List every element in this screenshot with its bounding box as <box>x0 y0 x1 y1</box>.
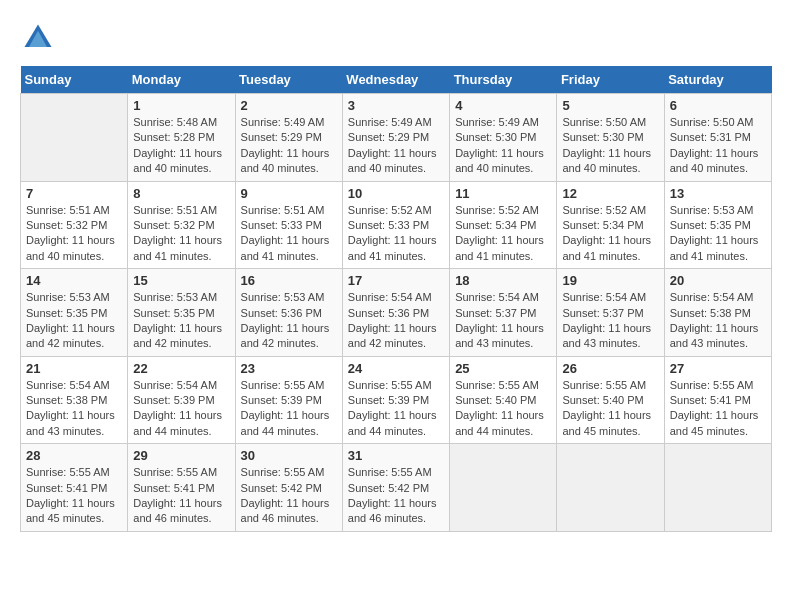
calendar-cell: 22Sunrise: 5:54 AMSunset: 5:39 PMDayligh… <box>128 356 235 444</box>
day-info: Sunrise: 5:49 AMSunset: 5:29 PMDaylight:… <box>348 115 444 177</box>
calendar-cell: 17Sunrise: 5:54 AMSunset: 5:36 PMDayligh… <box>342 269 449 357</box>
day-number: 26 <box>562 361 658 376</box>
calendar-cell <box>664 444 771 532</box>
day-number: 2 <box>241 98 337 113</box>
day-info: Sunrise: 5:53 AMSunset: 5:36 PMDaylight:… <box>241 290 337 352</box>
day-info: Sunrise: 5:55 AMSunset: 5:39 PMDaylight:… <box>348 378 444 440</box>
day-number: 21 <box>26 361 122 376</box>
calendar-cell: 30Sunrise: 5:55 AMSunset: 5:42 PMDayligh… <box>235 444 342 532</box>
day-info: Sunrise: 5:54 AMSunset: 5:37 PMDaylight:… <box>562 290 658 352</box>
day-info: Sunrise: 5:55 AMSunset: 5:39 PMDaylight:… <box>241 378 337 440</box>
day-info: Sunrise: 5:54 AMSunset: 5:37 PMDaylight:… <box>455 290 551 352</box>
weekday-header-tuesday: Tuesday <box>235 66 342 94</box>
day-info: Sunrise: 5:55 AMSunset: 5:41 PMDaylight:… <box>133 465 229 527</box>
calendar-cell: 15Sunrise: 5:53 AMSunset: 5:35 PMDayligh… <box>128 269 235 357</box>
calendar-cell: 9Sunrise: 5:51 AMSunset: 5:33 PMDaylight… <box>235 181 342 269</box>
week-row-5: 28Sunrise: 5:55 AMSunset: 5:41 PMDayligh… <box>21 444 772 532</box>
calendar-cell: 14Sunrise: 5:53 AMSunset: 5:35 PMDayligh… <box>21 269 128 357</box>
day-info: Sunrise: 5:52 AMSunset: 5:34 PMDaylight:… <box>562 203 658 265</box>
day-info: Sunrise: 5:55 AMSunset: 5:41 PMDaylight:… <box>26 465 122 527</box>
day-number: 1 <box>133 98 229 113</box>
day-info: Sunrise: 5:51 AMSunset: 5:32 PMDaylight:… <box>26 203 122 265</box>
day-info: Sunrise: 5:49 AMSunset: 5:30 PMDaylight:… <box>455 115 551 177</box>
day-number: 19 <box>562 273 658 288</box>
day-info: Sunrise: 5:55 AMSunset: 5:41 PMDaylight:… <box>670 378 766 440</box>
calendar-cell: 31Sunrise: 5:55 AMSunset: 5:42 PMDayligh… <box>342 444 449 532</box>
calendar-cell: 21Sunrise: 5:54 AMSunset: 5:38 PMDayligh… <box>21 356 128 444</box>
day-number: 30 <box>241 448 337 463</box>
day-info: Sunrise: 5:49 AMSunset: 5:29 PMDaylight:… <box>241 115 337 177</box>
calendar-cell: 12Sunrise: 5:52 AMSunset: 5:34 PMDayligh… <box>557 181 664 269</box>
calendar-cell: 1Sunrise: 5:48 AMSunset: 5:28 PMDaylight… <box>128 94 235 182</box>
calendar-cell: 2Sunrise: 5:49 AMSunset: 5:29 PMDaylight… <box>235 94 342 182</box>
day-number: 16 <box>241 273 337 288</box>
calendar-cell: 27Sunrise: 5:55 AMSunset: 5:41 PMDayligh… <box>664 356 771 444</box>
day-info: Sunrise: 5:52 AMSunset: 5:33 PMDaylight:… <box>348 203 444 265</box>
calendar-cell: 29Sunrise: 5:55 AMSunset: 5:41 PMDayligh… <box>128 444 235 532</box>
day-number: 5 <box>562 98 658 113</box>
day-number: 27 <box>670 361 766 376</box>
calendar-cell <box>557 444 664 532</box>
day-info: Sunrise: 5:55 AMSunset: 5:42 PMDaylight:… <box>241 465 337 527</box>
day-number: 29 <box>133 448 229 463</box>
day-number: 3 <box>348 98 444 113</box>
calendar-cell: 26Sunrise: 5:55 AMSunset: 5:40 PMDayligh… <box>557 356 664 444</box>
calendar-cell: 18Sunrise: 5:54 AMSunset: 5:37 PMDayligh… <box>450 269 557 357</box>
calendar-cell <box>450 444 557 532</box>
day-info: Sunrise: 5:50 AMSunset: 5:30 PMDaylight:… <box>562 115 658 177</box>
day-info: Sunrise: 5:54 AMSunset: 5:38 PMDaylight:… <box>670 290 766 352</box>
calendar-table: SundayMondayTuesdayWednesdayThursdayFrid… <box>20 66 772 532</box>
day-number: 8 <box>133 186 229 201</box>
logo <box>20 20 62 56</box>
day-number: 9 <box>241 186 337 201</box>
day-number: 10 <box>348 186 444 201</box>
weekday-header-row: SundayMondayTuesdayWednesdayThursdayFrid… <box>21 66 772 94</box>
calendar-cell: 11Sunrise: 5:52 AMSunset: 5:34 PMDayligh… <box>450 181 557 269</box>
day-number: 14 <box>26 273 122 288</box>
calendar-cell: 6Sunrise: 5:50 AMSunset: 5:31 PMDaylight… <box>664 94 771 182</box>
day-number: 31 <box>348 448 444 463</box>
calendar-cell <box>21 94 128 182</box>
day-number: 11 <box>455 186 551 201</box>
day-info: Sunrise: 5:54 AMSunset: 5:38 PMDaylight:… <box>26 378 122 440</box>
weekday-header-saturday: Saturday <box>664 66 771 94</box>
day-number: 25 <box>455 361 551 376</box>
day-number: 22 <box>133 361 229 376</box>
day-info: Sunrise: 5:55 AMSunset: 5:40 PMDaylight:… <box>455 378 551 440</box>
calendar-cell: 20Sunrise: 5:54 AMSunset: 5:38 PMDayligh… <box>664 269 771 357</box>
calendar-cell: 7Sunrise: 5:51 AMSunset: 5:32 PMDaylight… <box>21 181 128 269</box>
day-number: 18 <box>455 273 551 288</box>
day-number: 28 <box>26 448 122 463</box>
page-header <box>20 20 772 56</box>
day-info: Sunrise: 5:51 AMSunset: 5:32 PMDaylight:… <box>133 203 229 265</box>
week-row-4: 21Sunrise: 5:54 AMSunset: 5:38 PMDayligh… <box>21 356 772 444</box>
day-info: Sunrise: 5:53 AMSunset: 5:35 PMDaylight:… <box>133 290 229 352</box>
day-info: Sunrise: 5:48 AMSunset: 5:28 PMDaylight:… <box>133 115 229 177</box>
calendar-cell: 28Sunrise: 5:55 AMSunset: 5:41 PMDayligh… <box>21 444 128 532</box>
day-info: Sunrise: 5:52 AMSunset: 5:34 PMDaylight:… <box>455 203 551 265</box>
day-number: 24 <box>348 361 444 376</box>
calendar-cell: 25Sunrise: 5:55 AMSunset: 5:40 PMDayligh… <box>450 356 557 444</box>
day-number: 12 <box>562 186 658 201</box>
day-number: 4 <box>455 98 551 113</box>
day-info: Sunrise: 5:55 AMSunset: 5:40 PMDaylight:… <box>562 378 658 440</box>
calendar-cell: 5Sunrise: 5:50 AMSunset: 5:30 PMDaylight… <box>557 94 664 182</box>
calendar-cell: 16Sunrise: 5:53 AMSunset: 5:36 PMDayligh… <box>235 269 342 357</box>
calendar-cell: 13Sunrise: 5:53 AMSunset: 5:35 PMDayligh… <box>664 181 771 269</box>
week-row-1: 1Sunrise: 5:48 AMSunset: 5:28 PMDaylight… <box>21 94 772 182</box>
day-info: Sunrise: 5:55 AMSunset: 5:42 PMDaylight:… <box>348 465 444 527</box>
day-info: Sunrise: 5:54 AMSunset: 5:39 PMDaylight:… <box>133 378 229 440</box>
day-info: Sunrise: 5:50 AMSunset: 5:31 PMDaylight:… <box>670 115 766 177</box>
calendar-cell: 3Sunrise: 5:49 AMSunset: 5:29 PMDaylight… <box>342 94 449 182</box>
day-number: 20 <box>670 273 766 288</box>
day-info: Sunrise: 5:53 AMSunset: 5:35 PMDaylight:… <box>26 290 122 352</box>
day-number: 7 <box>26 186 122 201</box>
day-number: 17 <box>348 273 444 288</box>
day-number: 13 <box>670 186 766 201</box>
day-number: 23 <box>241 361 337 376</box>
weekday-header-monday: Monday <box>128 66 235 94</box>
logo-icon <box>20 20 56 56</box>
day-info: Sunrise: 5:51 AMSunset: 5:33 PMDaylight:… <box>241 203 337 265</box>
calendar-cell: 24Sunrise: 5:55 AMSunset: 5:39 PMDayligh… <box>342 356 449 444</box>
week-row-3: 14Sunrise: 5:53 AMSunset: 5:35 PMDayligh… <box>21 269 772 357</box>
